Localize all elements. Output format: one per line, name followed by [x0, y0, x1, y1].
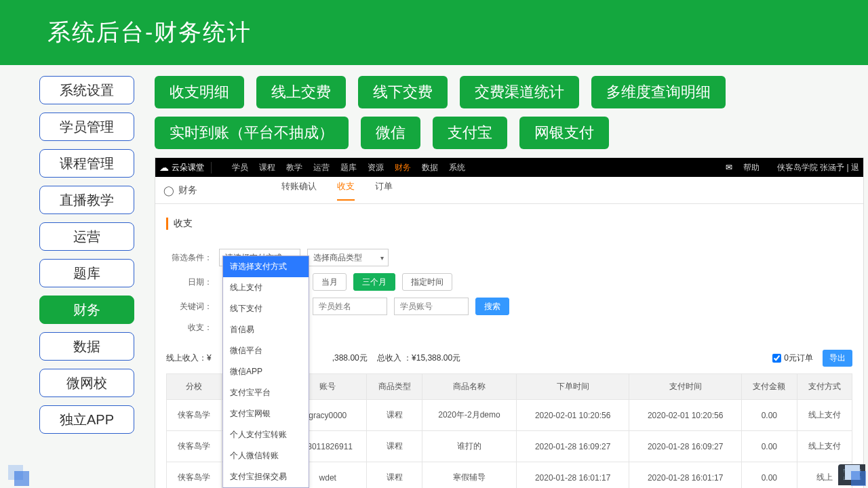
deco-corner-br — [845, 465, 865, 485]
td: 侠客岛学 — [167, 462, 222, 489]
topmenu-数据[interactable]: 数据 — [422, 162, 438, 174]
sidenav-item-2[interactable]: 课程管理 — [39, 149, 134, 178]
topmenu-教学[interactable]: 教学 — [286, 162, 302, 174]
topmenu-运营[interactable]: 运营 — [313, 162, 330, 174]
td: 2020-02-01 10:20:56 — [629, 400, 742, 431]
td: 2020-01-28 16:09:27 — [629, 431, 742, 462]
topmenu-财务[interactable]: 财务 — [395, 162, 411, 174]
td: 谁打的 — [422, 431, 516, 462]
btn-export[interactable]: 导出 — [823, 350, 852, 367]
btn-month[interactable]: 当月 — [313, 273, 347, 291]
th: 商品名称 — [422, 374, 516, 400]
pill-微信[interactable]: 微信 — [361, 117, 420, 149]
dropdown-opt-3[interactable]: 首信易 — [223, 319, 309, 340]
th: 下单时间 — [517, 374, 629, 400]
topmenu-题库[interactable]: 题库 — [340, 162, 357, 174]
sidenav-item-9[interactable]: 独立APP — [39, 405, 134, 434]
side-nav: 系统设置学员管理课程管理直播教学运营题库财务数据微网校独立APP — [39, 76, 134, 488]
td: 侠客岛学 — [167, 400, 222, 431]
pill-线上交费[interactable]: 线上交费 — [256, 76, 346, 108]
td: 线上支付 — [797, 400, 852, 431]
pill-row-1: 收支明细线上交费线下交费交费渠道统计多维度查询明细 — [155, 76, 868, 108]
subtab-转账确认[interactable]: 转账确认 — [281, 180, 317, 201]
td: 课程 — [367, 400, 422, 431]
td: 课程 — [367, 462, 422, 489]
deco-corner-bl — [8, 465, 28, 485]
topmenu-学员[interactable]: 学员 — [232, 162, 248, 174]
dropdown-opt-7[interactable]: 支付宝网银 — [223, 403, 309, 424]
label-date: 日期： — [166, 277, 212, 288]
chk-zero-order[interactable]: 0元订单 — [772, 352, 813, 364]
select-product-type[interactable]: 选择商品类型 — [307, 249, 389, 266]
sidenav-item-0[interactable]: 系统设置 — [39, 76, 134, 104]
section-title: 收支 — [166, 218, 852, 230]
sidenav-item-7[interactable]: 数据 — [39, 332, 134, 361]
th: 商品类型 — [367, 374, 422, 400]
sidenav-item-8[interactable]: 微网校 — [39, 369, 134, 397]
user-circle-icon: ◯ — [163, 185, 174, 196]
sidenav-item-1[interactable]: 学员管理 — [39, 113, 134, 141]
dropdown-opt-1[interactable]: 线上支付 — [223, 277, 309, 298]
topmenu-资源[interactable]: 资源 — [368, 162, 384, 174]
chk-zero-order-box[interactable] — [772, 354, 781, 363]
subtab-收支[interactable]: 收支 — [337, 180, 355, 201]
dropdown-opt-9[interactable]: 个人微信转账 — [223, 445, 309, 466]
td: 0.00 — [742, 400, 797, 431]
shot-subbar: ◯ 财务 转账确认收支订单 — [155, 177, 863, 204]
pill-支付宝[interactable]: 支付宝 — [433, 117, 507, 149]
label-kw: 关键词： — [166, 301, 212, 312]
th: 支付金额 — [742, 374, 797, 400]
mail-icon[interactable]: ✉ — [726, 163, 732, 172]
summary-online-label: 线上收入：¥ — [166, 352, 212, 364]
input-student-account[interactable] — [394, 298, 469, 315]
help-link[interactable]: 帮助 — [743, 162, 760, 174]
sub-tabs: 转账确认收支订单 — [277, 180, 393, 201]
td: 2020-02-01 10:20:56 — [517, 400, 629, 431]
td: 2020年-2月demo — [422, 400, 516, 431]
page-header: 系统后台-财务统计 — [0, 0, 868, 65]
pill-收支明细[interactable]: 收支明细 — [155, 76, 244, 108]
td: 侠客岛学 — [167, 431, 222, 462]
brand-name: 云朵课堂 — [172, 162, 204, 174]
dropdown-opt-8[interactable]: 个人支付宝转账 — [223, 424, 309, 445]
user-info[interactable]: 侠客岛学院 张涵予 | 退 — [777, 162, 859, 174]
summary-cash: ,388.00元 — [332, 352, 368, 364]
sidenav-item-3[interactable]: 直播教学 — [39, 186, 134, 214]
pill-网银支付[interactable]: 网银支付 — [519, 117, 609, 149]
app-screenshot: ☁ 云朵课堂 学员课程教学运营题库资源财务数据系统 ✉ 帮助 侠客岛学院 张涵予… — [155, 157, 864, 488]
dropdown-opt-4[interactable]: 微信平台 — [223, 340, 309, 361]
sub-section: 财务 — [178, 184, 197, 197]
page-title: 系统后台-财务统计 — [47, 17, 252, 48]
label-sz: 收支： — [166, 322, 212, 333]
pill-多维度查询明细[interactable]: 多维度查询明细 — [591, 76, 726, 108]
dropdown-opt-0[interactable]: 请选择支付方式 — [223, 256, 309, 277]
topmenu-系统[interactable]: 系统 — [449, 162, 465, 174]
btn-3month[interactable]: 三个月 — [353, 273, 395, 291]
payment-dropdown[interactable]: 请选择支付方式线上支付线下支付首信易微信平台微信APP支付宝平台支付宝网银个人支… — [222, 256, 309, 488]
topmenu-课程[interactable]: 课程 — [259, 162, 275, 174]
shot-topbar: ☁ 云朵课堂 学员课程教学运营题库资源财务数据系统 ✉ 帮助 侠客岛学院 张涵予… — [155, 158, 863, 177]
sidenav-item-6[interactable]: 财务 — [39, 296, 134, 324]
btn-search[interactable]: 搜索 — [475, 298, 509, 315]
sidenav-item-4[interactable]: 运营 — [39, 222, 134, 251]
sidenav-item-5[interactable]: 题库 — [39, 259, 134, 287]
dropdown-opt-5[interactable]: 微信APP — [223, 361, 309, 382]
dropdown-opt-6[interactable]: 支付宝平台 — [223, 382, 309, 403]
td: 2020-01-28 16:09:27 — [517, 431, 629, 462]
pill-row-2: 实时到账（平台不抽成）微信支付宝网银支付 — [155, 117, 868, 149]
pill-线下交费[interactable]: 线下交费 — [358, 76, 448, 108]
td: 2020-01-28 16:01:17 — [517, 462, 629, 489]
pill-交费渠道统计[interactable]: 交费渠道统计 — [460, 76, 579, 108]
dropdown-opt-2[interactable]: 线下支付 — [223, 298, 309, 319]
td: 寒假辅导 — [422, 462, 516, 489]
dropdown-opt-10[interactable]: 支付宝担保交易 — [223, 466, 309, 487]
input-student-name[interactable] — [313, 298, 387, 315]
shot-body: 收支 筛选条件： 请选择支付方式 选择商品类型 日期： 当月 三个月 指定时间 … — [155, 204, 863, 488]
label-cond: 筛选条件： — [166, 252, 212, 264]
pill-实时到账（平台不抽成）[interactable]: 实时到账（平台不抽成） — [155, 117, 349, 149]
btn-custom-date[interactable]: 指定时间 — [402, 273, 452, 291]
td: 课程 — [367, 431, 422, 462]
top-menu: 学员课程教学运营题库资源财务数据系统 — [212, 162, 465, 174]
subtab-订单[interactable]: 订单 — [375, 180, 393, 201]
summary-total: 总收入 ：¥15,388.00元 — [377, 352, 460, 364]
